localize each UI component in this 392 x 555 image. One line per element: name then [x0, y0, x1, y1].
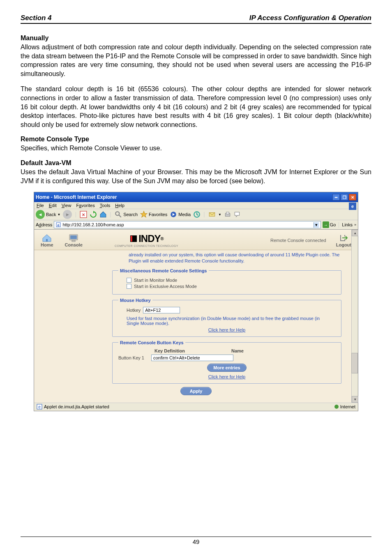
- applet-icon: e: [37, 404, 42, 410]
- console-icon: [68, 233, 79, 242]
- hotkey-input[interactable]: [143, 307, 180, 313]
- nav-home[interactable]: Home: [41, 233, 53, 247]
- menu-tools[interactable]: Tools: [100, 203, 111, 208]
- go-label: Go: [330, 222, 336, 227]
- address-label: Address: [36, 222, 52, 227]
- keys-help-link[interactable]: Click here for Help: [118, 374, 335, 379]
- minimize-button[interactable]: ━: [332, 194, 340, 200]
- svg-line-5: [119, 215, 121, 217]
- menu-file[interactable]: File: [37, 203, 44, 208]
- apply-button[interactable]: Apply: [180, 387, 212, 395]
- back-label: Back: [46, 212, 56, 217]
- menu-bar: File Edit View Favorites Tools Help e: [34, 202, 358, 209]
- running-header-right: IP Access Configuration & Operation: [249, 14, 371, 22]
- page-icon: e: [56, 222, 61, 227]
- nav-console-label: Console: [65, 242, 83, 247]
- search-button[interactable]: Search: [115, 211, 138, 218]
- vertical-scrollbar[interactable]: ▴ ▾: [351, 230, 358, 403]
- media-button[interactable]: Media: [170, 211, 191, 218]
- status-text: Applet de.imud.jta.Applet started: [44, 404, 109, 409]
- legend-button-keys: Remote Console Button Keys: [118, 340, 185, 345]
- home-button[interactable]: [99, 211, 107, 218]
- col-key-definition: Key Definition: [127, 348, 213, 353]
- forward-button[interactable]: ►: [63, 210, 72, 219]
- svg-text:×: ×: [82, 212, 85, 218]
- fieldset-button-keys: Remote Console Button Keys Key Definitio…: [112, 340, 341, 384]
- browser-toolbar: ◄ Back ▼ ► │ × │ Search Favorites Media: [34, 209, 358, 220]
- nav-console[interactable]: Console: [65, 233, 83, 247]
- para-manually: Allows adjustment of both compression ra…: [21, 43, 371, 78]
- discuss-button[interactable]: [234, 211, 241, 218]
- heading-default-java-vm: Default Java-VM: [21, 159, 371, 167]
- menu-view[interactable]: View: [62, 203, 71, 208]
- svg-rect-14: [46, 239, 48, 242]
- address-bar: Address e http://192.168.2.100/home.asp …: [34, 220, 358, 230]
- scroll-down-button[interactable]: ▾: [352, 396, 358, 403]
- scroll-thumb[interactable]: [351, 353, 358, 373]
- svg-rect-16: [70, 235, 77, 239]
- menu-help[interactable]: Help: [115, 203, 125, 208]
- search-icon: [115, 211, 122, 218]
- button-key-1-input[interactable]: [151, 355, 233, 361]
- media-label: Media: [178, 212, 191, 217]
- para-remote-console-type: Specifies, which Remote Console Viewer t…: [21, 144, 371, 153]
- legend-hotkey: Mouse Hotkey: [118, 298, 152, 303]
- scroll-up-button[interactable]: ▴: [352, 230, 358, 236]
- fieldset-mouse-hotkey: Mouse Hotkey Hotkey Used for fast mouse …: [112, 298, 341, 337]
- links-label[interactable]: Links: [342, 222, 353, 227]
- legend-misc: Miscellaneous Remote Console Settings: [118, 268, 209, 273]
- refresh-button[interactable]: [90, 211, 97, 218]
- home-icon: [42, 233, 52, 242]
- label-monitor-mode: Start in Monitor Mode: [134, 278, 177, 283]
- search-label: Search: [123, 212, 138, 217]
- info-text: already installed on your system, this o…: [129, 252, 341, 264]
- logout-label: Logout: [336, 242, 351, 247]
- media-icon: [170, 211, 177, 218]
- star-icon: [140, 211, 148, 218]
- address-input[interactable]: e http://192.168.2.100/home.asp ▾: [54, 221, 321, 228]
- svg-rect-19: [131, 236, 132, 242]
- brand-tagline: COMPUTER CONNECTION TECHNOLOGY: [115, 244, 178, 247]
- mail-button[interactable]: [208, 211, 216, 218]
- checkbox-exclusive-access[interactable]: [127, 284, 131, 289]
- go-icon: →: [323, 221, 329, 228]
- nav-home-label: Home: [41, 242, 53, 247]
- window-titlebar: Home - Microsoft Internet Explorer ━ ❐ ✕: [34, 192, 358, 202]
- close-button[interactable]: ✕: [349, 194, 356, 200]
- screenshot-ie-window: Home - Microsoft Internet Explorer ━ ❐ ✕…: [34, 192, 358, 411]
- hotkey-description: Used for fast mouse synchronization (in …: [127, 316, 331, 326]
- col-name: Name: [213, 348, 262, 353]
- back-icon: ◄: [36, 210, 45, 219]
- logout-icon: [338, 233, 349, 242]
- hotkey-help-link[interactable]: Click here for Help: [118, 327, 335, 332]
- svg-point-4: [115, 212, 119, 215]
- favorites-button[interactable]: Favorites: [140, 211, 167, 218]
- nav-logout[interactable]: Logout: [336, 233, 351, 247]
- svg-rect-17: [72, 240, 75, 242]
- page-number: 49: [0, 538, 392, 545]
- checkbox-monitor-mode[interactable]: [127, 278, 131, 283]
- stop-button[interactable]: ×: [80, 211, 87, 218]
- para-colour-depth: The standard colour depth is 16 bit (655…: [21, 85, 371, 129]
- browser-status-bar: e Applet de.imud.jta.Applet started Inte…: [34, 403, 358, 411]
- history-button[interactable]: [193, 211, 201, 218]
- print-button[interactable]: [224, 211, 231, 218]
- address-value: http://192.168.2.100/home.asp: [62, 222, 124, 227]
- svg-rect-10: [226, 212, 229, 214]
- favorites-label: Favorites: [149, 212, 167, 217]
- go-button[interactable]: → Go: [323, 221, 336, 228]
- more-entries-button[interactable]: More entries: [207, 364, 246, 372]
- internet-zone-icon: [334, 405, 339, 409]
- para-default-java-vm: Uses the default Java Virtual Machine of…: [21, 168, 371, 185]
- menu-favorites[interactable]: Favorites: [76, 203, 95, 208]
- svg-text:e: e: [351, 204, 354, 209]
- heading-remote-console-type: Remote Console Type: [21, 136, 371, 143]
- fieldset-misc-settings: Miscellaneous Remote Console Settings St…: [112, 268, 341, 295]
- footer-rule: [21, 537, 371, 537]
- connection-status: Remote Console connected: [270, 238, 326, 243]
- back-button[interactable]: ◄ Back ▼: [36, 210, 60, 219]
- button-key-1-label: Button Key 1: [118, 355, 151, 360]
- maximize-button[interactable]: ❐: [341, 194, 348, 200]
- menu-edit[interactable]: Edit: [49, 203, 57, 208]
- zone-label: Internet: [340, 404, 355, 409]
